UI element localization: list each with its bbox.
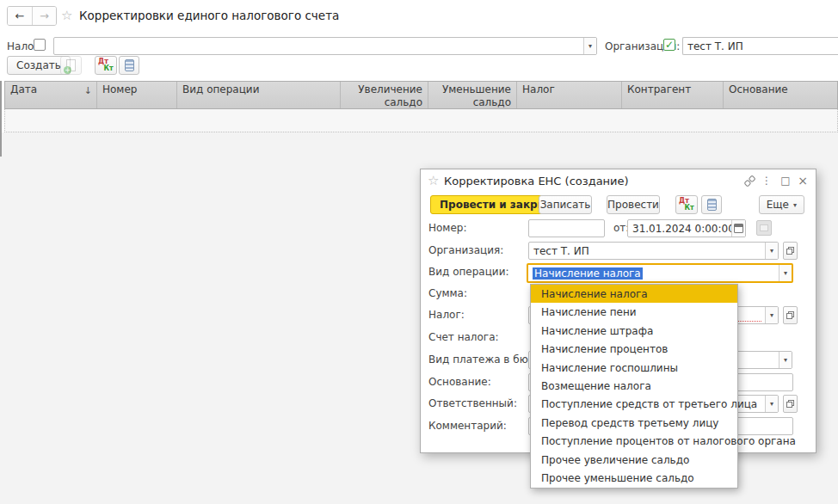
dialog-register-button[interactable]	[701, 195, 722, 214]
dropdown-item[interactable]: Начисление штрафа	[531, 322, 737, 340]
dropdown-item[interactable]: Перевод средств третьему лицу	[531, 414, 737, 432]
column-label: Номер	[102, 83, 137, 95]
dialog-favorite-star-icon[interactable]: ☆	[428, 175, 439, 187]
column-label: Дата	[10, 83, 37, 95]
dropdown-item[interactable]: Поступление процентов от налогового орга…	[531, 433, 737, 451]
calendar-button[interactable]	[731, 220, 745, 237]
column-header-operation[interactable]: Вид операции	[177, 82, 341, 108]
tax-open-button[interactable]	[783, 306, 798, 324]
dropdown-item[interactable]: Прочее увеличение сальдо	[531, 451, 737, 469]
post-button[interactable]: Провести	[607, 195, 660, 214]
basis-label: Основание:	[428, 376, 491, 388]
responsible-open-button[interactable]	[783, 395, 798, 413]
dtkt-icon: Дт Кт	[679, 198, 694, 212]
dropdown-item[interactable]: Поступление средств от третьего лица	[531, 396, 737, 414]
chevron-down-icon[interactable]: ▾	[583, 38, 596, 54]
chevron-down-icon[interactable]: ▾	[779, 265, 792, 281]
table-header: Дата ↓ Номер Вид операции Увеличение сал…	[4, 81, 838, 109]
copy-button[interactable]: +	[60, 56, 82, 75]
sort-desc-icon: ↓	[84, 84, 92, 97]
link-icon[interactable]	[743, 175, 755, 187]
column-header-counterparty[interactable]: Контрагент	[622, 82, 724, 108]
calendar-icon	[734, 224, 743, 233]
tax-filter-combobox[interactable]: ▾	[53, 37, 597, 55]
create-button-label: Создать	[16, 59, 61, 71]
column-header-increase[interactable]: Увеличение сальдо	[341, 82, 428, 108]
org-filter-input[interactable]: тест Т. ИП	[682, 37, 838, 55]
column-header-tax[interactable]: Налог	[517, 82, 622, 108]
app-window: ← → ☆ Корректировки единого налогового с…	[0, 0, 838, 504]
register-icon	[125, 59, 134, 71]
chevron-down-icon[interactable]: ▾	[765, 243, 778, 259]
register-button[interactable]	[119, 56, 139, 75]
kt-label: Кт	[684, 205, 693, 212]
favorite-star-icon[interactable]: ☆	[61, 9, 72, 22]
history-nav: ← →	[7, 6, 57, 26]
forward-icon: →	[40, 9, 49, 22]
more-label: Еще	[767, 199, 789, 211]
column-label: Основание	[729, 83, 788, 95]
tax-filter-checkbox[interactable]	[34, 39, 46, 51]
column-label: Контрагент	[627, 83, 691, 95]
dropdown-item[interactable]: Прочее уменьшение сальдо	[531, 470, 737, 488]
org-open-button[interactable]	[783, 242, 798, 260]
tax-filter-value	[54, 38, 583, 54]
structure-button-disabled	[756, 220, 772, 236]
date-value: 31.01.2024 0:00:00	[628, 220, 731, 237]
dialog-postings-button[interactable]: Дт Кт	[675, 195, 698, 214]
dialog-org-combobox[interactable]: тест Т. ИП ▾	[528, 242, 779, 260]
operation-label: Вид операции:	[428, 266, 509, 278]
register-icon	[707, 199, 717, 211]
back-icon: ←	[15, 9, 25, 22]
close-icon[interactable]: ×	[797, 175, 809, 187]
post-label: Провести	[607, 199, 659, 211]
column-label: Налог	[522, 83, 555, 95]
column-header-decrease[interactable]: Уменьшение сальдо	[428, 82, 517, 108]
dropdown-item[interactable]: Начисление пени	[531, 303, 737, 321]
save-button[interactable]: Записать	[539, 195, 592, 214]
column-label: Вид операции	[182, 83, 259, 95]
save-label: Записать	[540, 199, 591, 211]
dropdown-item[interactable]: Начисление процентов	[531, 340, 737, 358]
forward-button[interactable]: →	[32, 7, 56, 25]
show-postings-button[interactable]: Дт Кт	[95, 56, 117, 75]
table-empty-row[interactable]	[4, 109, 838, 132]
operation-combobox[interactable]: Начисление налога ▾	[527, 263, 793, 283]
dialog-title: Корректировка ЕНС (создание)	[444, 175, 629, 187]
more-menu-icon[interactable]: ⋮	[761, 175, 773, 187]
number-input[interactable]	[528, 219, 605, 237]
copy-document-icon: +	[66, 59, 76, 71]
column-header-basis[interactable]: Основание	[724, 82, 838, 108]
dtkt-icon: Дт Кт	[98, 58, 114, 72]
operation-value: Начисление налога	[528, 265, 779, 281]
chevron-down-icon[interactable]: ▾	[765, 396, 778, 412]
number-label: Номер:	[428, 222, 466, 234]
maximize-icon[interactable]: □	[779, 175, 792, 187]
date-input[interactable]: 31.01.2024 0:00:00	[627, 219, 746, 237]
dropdown-item[interactable]: Начисление госпошлины	[531, 359, 737, 377]
column-header-number[interactable]: Номер	[97, 82, 177, 108]
dialog-tax-label: Налог:	[428, 309, 465, 321]
column-label: Уменьшение сальдо	[442, 83, 511, 108]
check-icon: ✓	[665, 40, 674, 50]
plus-icon: +	[64, 66, 71, 74]
more-button[interactable]: Еще ▾	[759, 195, 804, 214]
comment-label: Комментарий:	[428, 420, 507, 432]
back-button[interactable]: ←	[8, 7, 32, 25]
dialog-org-value: тест Т. ИП	[529, 243, 765, 259]
sum-label: Сумма:	[428, 287, 467, 299]
number-value	[529, 220, 604, 237]
chevron-down-icon[interactable]: ▾	[765, 307, 778, 323]
kt-label: Кт	[103, 65, 113, 72]
chevron-down-icon[interactable]: ▾	[779, 352, 792, 368]
responsible-label: Ответственный:	[428, 397, 517, 409]
column-header-date[interactable]: Дата ↓	[5, 82, 97, 108]
selected-text: Начисление налога	[533, 267, 643, 280]
table-left-edge	[0, 81, 2, 157]
tax-account-label: Счет налога:	[428, 331, 499, 343]
dropdown-item[interactable]: Начисление налога	[531, 285, 737, 303]
org-filter-checkbox[interactable]: ✓	[663, 39, 675, 51]
org-filter-value: тест Т. ИП	[683, 38, 838, 54]
dialog-org-label: Организация:	[428, 244, 503, 256]
dropdown-item[interactable]: Возмещение налога	[531, 377, 737, 395]
